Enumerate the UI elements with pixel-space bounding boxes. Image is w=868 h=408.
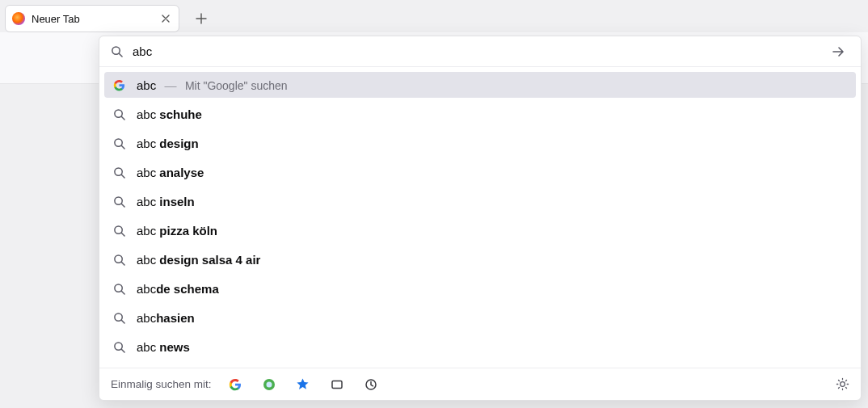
suggestion-item[interactable]: abc inseln [104, 188, 856, 214]
search-icon [112, 282, 125, 295]
url-search-row [99, 36, 861, 67]
urlbar-dropdown: abc — Mit "Google" suchen abc schuheabc … [99, 36, 862, 401]
svg-point-21 [266, 381, 272, 387]
tab-bar: Neuer Tab [0, 0, 868, 32]
svg-line-7 [121, 175, 124, 178]
suggestion-text: abc schuhe [137, 107, 202, 121]
svg-line-9 [121, 204, 124, 207]
tab-title: Neuer Tab [32, 13, 153, 25]
suggestion-text: abc pizza köln [137, 224, 217, 238]
suggestion-item[interactable]: abcde schema [104, 276, 856, 301]
engine-google[interactable] [228, 377, 242, 392]
search-icon [112, 195, 125, 208]
suggestion-text: abc design salsa 4 air [137, 253, 260, 267]
search-icon [112, 107, 125, 120]
svg-line-19 [121, 349, 124, 352]
suggestion-item[interactable]: abc schuhe [104, 101, 856, 127]
svg-line-3 [121, 116, 124, 120]
suggestion-item-top[interactable]: abc — Mit "Google" suchen [104, 72, 856, 98]
suggestion-text: abc — Mit "Google" suchen [137, 78, 288, 92]
close-tab-button[interactable] [159, 12, 172, 25]
browser-tab[interactable]: Neuer Tab [5, 5, 179, 32]
search-engine-footer: Einmalig suchen mit: [99, 368, 861, 400]
suggestion-text: abc analyse [137, 166, 204, 179]
search-icon [111, 45, 123, 57]
footer-label: Einmalig suchen mit: [111, 378, 212, 390]
firefox-icon [12, 12, 25, 25]
svg-line-1 [119, 53, 122, 57]
engine-bookmarks[interactable] [296, 377, 310, 392]
search-icon [112, 166, 125, 179]
suggestion-text: abc design [137, 137, 199, 150]
engine-tabs[interactable] [330, 377, 344, 392]
suggestion-text: abc news [137, 340, 190, 354]
go-arrow-button[interactable] [827, 40, 849, 63]
svg-line-15 [121, 291, 124, 294]
search-settings-button[interactable] [836, 377, 849, 391]
new-tab-button[interactable] [188, 5, 215, 32]
engine-list [228, 377, 378, 392]
search-icon [112, 137, 125, 149]
suggestion-item[interactable]: abchasien [104, 305, 856, 330]
suggestion-item[interactable]: abc news [104, 334, 856, 360]
svg-line-11 [121, 233, 124, 236]
url-input[interactable] [133, 44, 817, 58]
suggestion-list: abc — Mit "Google" suchen abc schuheabc … [99, 67, 861, 368]
engine-ecosia[interactable] [262, 377, 276, 392]
search-icon [112, 224, 125, 237]
search-icon [112, 311, 125, 324]
search-icon [112, 253, 125, 266]
svg-rect-22 [332, 381, 342, 388]
suggestion-item[interactable]: abc analyse [104, 159, 856, 185]
suggestion-item[interactable]: abc design [104, 130, 856, 156]
suggestion-text: abc inseln [137, 195, 195, 208]
suggestion-item[interactable]: abc pizza köln [104, 217, 856, 243]
suggestion-text: abchasien [137, 311, 195, 325]
suggestion-text: abcde schema [137, 282, 219, 296]
search-icon [112, 340, 125, 353]
suggestion-item[interactable]: abc design salsa 4 air [104, 246, 856, 272]
engine-history[interactable] [364, 377, 378, 392]
google-icon [112, 78, 125, 91]
svg-line-17 [121, 320, 124, 323]
svg-line-5 [121, 145, 124, 149]
svg-line-13 [121, 262, 124, 265]
